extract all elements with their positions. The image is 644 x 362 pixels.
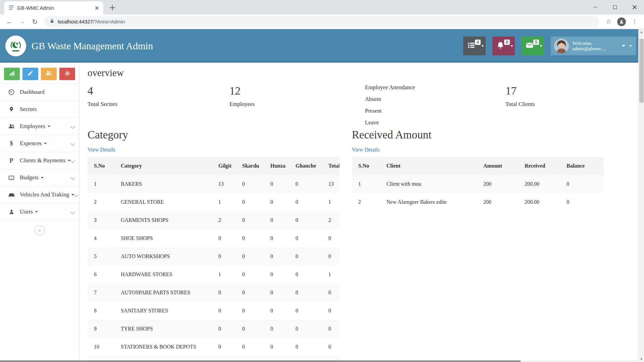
sidebar-quick-buttons [0, 63, 79, 80]
settings-quick-button[interactable] [59, 68, 75, 80]
notifications-button[interactable]: 8 [492, 37, 515, 55]
tasks-count-badge: 4 [475, 40, 481, 45]
bell-icon [496, 41, 505, 51]
page-title: overview [88, 67, 124, 78]
scroll-up-icon[interactable]: ▲ [639, 29, 644, 35]
column-header: Balance [560, 157, 604, 175]
column-header: Received [518, 157, 560, 175]
sidebar-item-dashboard[interactable]: Dashboard [0, 83, 79, 101]
back-button[interactable]: ← [3, 16, 15, 28]
table-cell: 0 [289, 284, 322, 302]
vertical-scrollbar[interactable]: ▲ ▼ [638, 29, 644, 362]
envelope-icon [525, 41, 534, 51]
category-table-header-row: S.NoCategoryGilgitSkarduHunzaGhancheTota… [88, 157, 339, 175]
people-quick-button[interactable] [41, 68, 57, 80]
sidebar-item-label: Expences [20, 140, 42, 147]
messages-button[interactable]: 5 [522, 37, 544, 55]
attendance-title: Employee Attendance [365, 84, 415, 91]
chart-quick-button[interactable] [4, 68, 20, 80]
reload-button[interactable]: ↻ [29, 16, 41, 28]
table-cell: 2 [322, 211, 339, 229]
column-header: Hunza [264, 157, 289, 175]
tab-close-icon[interactable] [94, 5, 100, 11]
sidebar-item-expences[interactable]: $ Expences [0, 135, 79, 152]
sidebar-item-clients-payments[interactable]: P Clients & Payments [0, 152, 79, 169]
table-cell: 0 [289, 211, 322, 229]
table-cell: 10 [88, 338, 114, 356]
table-cell: 0 [236, 302, 264, 320]
table-cell: SHOE SHOPS [114, 229, 212, 247]
list-item: Present [365, 105, 415, 117]
car-icon [7, 191, 15, 198]
table-row: 10STATIONERS & BOOK DEPOTS00000 [88, 338, 339, 356]
tasks-button[interactable]: 4 [463, 37, 486, 55]
table-cell: 0 [236, 247, 264, 265]
horizontal-scrollbar-thumb[interactable] [0, 360, 521, 362]
table-cell: 0 [264, 302, 289, 320]
browser-menu-icon[interactable]: ⋮ [629, 16, 641, 28]
app-title: GB Waste Management Admin [32, 41, 153, 52]
caret-down-icon [41, 177, 44, 178]
column-header: Category [114, 157, 212, 175]
table-cell: 0 [560, 175, 604, 193]
column-header: Client [380, 157, 477, 175]
table-cell: 1 [322, 265, 339, 284]
table-cell: 7 [88, 284, 114, 302]
table-cell: 0 [212, 247, 236, 265]
app-body: Dashboard Sectors Employees $ Expences [0, 63, 644, 362]
site-info-icon[interactable] [50, 19, 54, 25]
tab-title: GB-WMC Admin [17, 5, 91, 11]
table-cell: 13 [212, 175, 236, 193]
url-text: localhost:44327/?Area=Admin [58, 19, 125, 24]
table-cell: 0 [289, 302, 322, 320]
table-cell: 0 [264, 175, 289, 193]
sidebar-item-label: Budgets [20, 174, 39, 181]
scrollbar-thumb[interactable] [639, 39, 644, 103]
list-item: Leave [365, 117, 415, 128]
browser-profile-icon[interactable] [617, 17, 626, 26]
table-cell: 0 [322, 229, 339, 247]
table-row: 3GARMENTS SHOPS20002 [88, 211, 339, 229]
sidebar-item-users[interactable]: Users [0, 203, 79, 220]
received-view-details-link[interactable]: View Details [352, 147, 380, 153]
table-cell: 200 [477, 193, 518, 211]
maximize-button[interactable] [605, 0, 625, 14]
table-row: 1BAKERS1300013 [88, 175, 339, 193]
horizontal-scrollbar[interactable] [0, 360, 638, 362]
table-cell: 0 [212, 302, 236, 320]
bookmark-star-icon[interactable]: ☆ [602, 16, 614, 28]
sidebar-item-employees[interactable]: Employees [0, 118, 79, 135]
column-header: Amount [477, 157, 518, 175]
table-row: 1Client with mou200200.000 [352, 175, 604, 193]
minimize-button[interactable] [586, 0, 605, 14]
column-header: Gilgit [212, 157, 236, 175]
scroll-down-icon[interactable]: ▼ [639, 356, 644, 362]
table-cell: GENERAL STORE [114, 193, 212, 211]
address-bar[interactable]: localhost:44327/?Area=Admin [44, 16, 599, 27]
received-section-title: Received Amount [352, 128, 604, 142]
table-cell: 0 [322, 284, 339, 302]
sidebar-item-sectors[interactable]: Sectors [0, 101, 79, 118]
table-cell: 0 [322, 320, 339, 338]
table-row: 9TYRE SHOPS00000 [88, 320, 339, 338]
app-logo-icon [5, 36, 26, 56]
sidebar-collapse-button[interactable]: « [35, 225, 45, 235]
sidebar-item-vehicles[interactable]: Vehicles And Traking [0, 186, 79, 203]
user-menu[interactable]: Welcome, admin@gbwmc.... [551, 37, 636, 55]
category-table: S.NoCategoryGilgitSkarduHunzaGhancheTota… [88, 157, 339, 362]
caret-down-icon [48, 126, 50, 127]
table-cell: 0 [289, 265, 322, 284]
sidebar-item-budgets[interactable]: 0 Budgets [0, 169, 79, 186]
caret-down-icon [68, 160, 70, 161]
main-content: overview 4 Total Sectors 12 Employees Em… [79, 63, 644, 362]
close-window-button[interactable] [625, 0, 644, 14]
bar-chart-icon [9, 70, 15, 78]
category-view-details-link[interactable]: View Details [88, 147, 115, 153]
edit-quick-button[interactable] [22, 68, 38, 80]
new-tab-button[interactable] [107, 3, 117, 13]
table-row: 2New Alamgeer Bakers edite200200.000 [352, 193, 604, 211]
table-row: 8SANITARY STORES00000 [88, 302, 339, 320]
forward-button[interactable]: → [16, 16, 28, 28]
table-cell: 0 [236, 229, 264, 247]
browser-tab[interactable]: GB-WMC Admin [4, 1, 103, 14]
